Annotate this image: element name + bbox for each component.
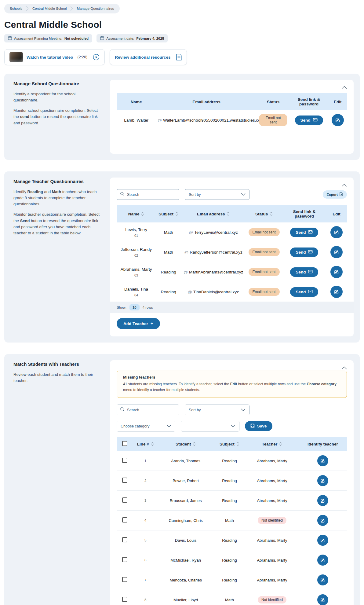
send-button[interactable]: Send bbox=[290, 248, 318, 257]
identify-teacher-button[interactable] bbox=[317, 475, 328, 486]
col-header-subject[interactable]: Subject bbox=[213, 437, 246, 451]
table-row: 5 Davis, Louis Reading Abrahams, Marty bbox=[117, 530, 347, 550]
col-header-identify: Identify teacher bbox=[299, 437, 347, 451]
table-row: 7 Mendoza, Charles Reading Abrahams, Mar… bbox=[117, 570, 347, 590]
breadcrumb-school[interactable]: Central Middle School bbox=[32, 7, 67, 10]
row-checkbox[interactable] bbox=[122, 478, 127, 483]
student-name: Mueller, Lloyd bbox=[158, 590, 213, 605]
student-sort-select[interactable]: Sort by bbox=[185, 405, 249, 415]
send-button[interactable]: Send bbox=[295, 116, 323, 125]
spreadsheet-icon bbox=[340, 192, 343, 197]
edit-button[interactable] bbox=[330, 246, 343, 258]
chevron-down-icon bbox=[167, 424, 171, 428]
line-number: 2 bbox=[133, 471, 158, 491]
at-icon: @ bbox=[158, 118, 162, 123]
additional-resources-card[interactable]: Review additional resources bbox=[110, 49, 187, 65]
col-header-send: Send link & password bbox=[282, 205, 326, 222]
page: Schools Central Middle School Manage Que… bbox=[0, 0, 364, 605]
pencil-square-icon bbox=[320, 538, 325, 543]
category-value-select[interactable] bbox=[181, 421, 239, 431]
edit-button[interactable] bbox=[332, 114, 344, 126]
edit-button[interactable] bbox=[330, 286, 343, 298]
show-label: Show: bbox=[117, 306, 126, 309]
col-header-student[interactable]: Student bbox=[158, 437, 213, 451]
envelope-icon bbox=[313, 118, 318, 123]
select-all-checkbox[interactable] bbox=[122, 441, 127, 446]
student-search[interactable] bbox=[117, 405, 179, 415]
col-header-subject[interactable]: Subject bbox=[156, 205, 181, 222]
col-header-status[interactable]: Status bbox=[246, 205, 282, 222]
tutorial-video-card[interactable]: Watch the tutorial video (2:20) bbox=[4, 49, 105, 65]
breadcrumb-schools[interactable]: Schools bbox=[10, 7, 22, 10]
student-table: Line # Student Subject Teacher Identify … bbox=[117, 437, 347, 605]
edit-button[interactable] bbox=[330, 266, 343, 278]
identify-teacher-button[interactable] bbox=[317, 535, 328, 546]
school-questionnaire-panel: Name Email address Status Send link & pa… bbox=[110, 80, 354, 154]
teacher-sort-select[interactable]: Sort by bbox=[185, 189, 249, 200]
student-search-input[interactable] bbox=[127, 408, 176, 412]
table-row: Daniels, Tina04 Reading @TinaDaniels@cen… bbox=[117, 282, 347, 302]
table-row: Abrahams, Marty03 Reading @MartinAbraham… bbox=[117, 262, 347, 282]
assessment-date-badge: Assessment date: February 4, 2025 bbox=[96, 34, 168, 42]
student-name: Bowne, Robert bbox=[158, 471, 213, 491]
respondent-name: Lamb, Walter bbox=[117, 110, 156, 130]
identify-teacher-button[interactable] bbox=[317, 515, 328, 526]
table-row: Jefferson, Randy02 Math @RandyJefferson@… bbox=[117, 242, 347, 262]
row-checkbox[interactable] bbox=[122, 577, 127, 582]
teacher-email: @TinaDaniels@central.xyz bbox=[181, 282, 246, 302]
match-section-p1: Review each student and match them to th… bbox=[13, 372, 101, 384]
teacher-search-input[interactable] bbox=[127, 193, 176, 197]
col-header-line[interactable]: Line # bbox=[133, 437, 158, 451]
identify-teacher-button[interactable] bbox=[317, 574, 328, 585]
pencil-square-icon bbox=[334, 250, 339, 255]
collapse-icon[interactable] bbox=[340, 365, 348, 372]
row-checkbox[interactable] bbox=[122, 597, 127, 602]
identify-teacher-button[interactable] bbox=[317, 594, 328, 605]
info-badges: Assessment Planning Meeting: Not schedul… bbox=[4, 34, 360, 42]
tutorial-video-link[interactable]: Watch the tutorial video bbox=[27, 55, 73, 60]
export-button[interactable]: Export bbox=[323, 190, 347, 199]
collapse-icon[interactable] bbox=[340, 182, 348, 189]
row-checkbox[interactable] bbox=[122, 517, 127, 522]
identify-teacher-button[interactable] bbox=[317, 495, 328, 506]
edit-button[interactable] bbox=[330, 226, 343, 238]
save-button[interactable]: Save bbox=[245, 421, 272, 431]
row-checkbox[interactable] bbox=[122, 537, 127, 542]
match-students-panel: Missing teachers 41 students are missing… bbox=[110, 360, 354, 605]
plus-icon: + bbox=[151, 321, 153, 326]
student-name: Davis, Louis bbox=[158, 530, 213, 550]
send-button[interactable]: Send bbox=[290, 228, 318, 237]
status-badge: Email not sent bbox=[249, 268, 280, 276]
school-section-p1: Identify a respondent for the school que… bbox=[13, 91, 101, 103]
chevron-right-icon bbox=[70, 6, 73, 11]
row-checkbox[interactable] bbox=[122, 458, 127, 463]
teacher-section-title: Manage Teacher Questionnaires bbox=[13, 179, 101, 184]
teacher-search[interactable] bbox=[117, 189, 179, 200]
save-icon bbox=[250, 424, 255, 429]
school-table-body: Lamb, Walter @WalterLamb@school905500200… bbox=[117, 110, 347, 130]
col-header-name[interactable]: Name bbox=[117, 205, 156, 222]
envelope-icon bbox=[308, 270, 313, 274]
play-icon[interactable] bbox=[93, 54, 100, 61]
at-icon: @ bbox=[189, 230, 193, 235]
table-row: 3 Broussard, James Reading Abrahams, Mar… bbox=[117, 491, 347, 511]
collapse-icon[interactable] bbox=[340, 84, 348, 91]
page-size-chip[interactable]: 10 bbox=[129, 304, 140, 310]
row-checkbox[interactable] bbox=[122, 497, 127, 503]
identify-teacher-button[interactable] bbox=[317, 455, 328, 466]
send-button[interactable]: Send bbox=[290, 267, 318, 277]
teacher-value: Abrahams, Marty bbox=[257, 459, 287, 463]
send-button[interactable]: Send bbox=[290, 287, 318, 297]
line-number: 7 bbox=[133, 570, 158, 590]
status-badge: Email not sent bbox=[249, 228, 280, 236]
additional-resources-link[interactable]: Review additional resources bbox=[115, 55, 170, 60]
line-number: 1 bbox=[133, 451, 158, 471]
identify-teacher-button[interactable] bbox=[317, 555, 328, 566]
choose-category-select[interactable]: Choose category bbox=[117, 421, 175, 431]
add-teacher-button[interactable]: Add Teacher + bbox=[117, 318, 160, 329]
col-header-teacher[interactable]: Teacher bbox=[246, 437, 298, 451]
at-icon: @ bbox=[184, 270, 188, 274]
col-header-email[interactable]: Email address bbox=[181, 205, 246, 222]
tutorial-duration: (2:20) bbox=[78, 55, 88, 59]
row-checkbox[interactable] bbox=[122, 557, 127, 562]
